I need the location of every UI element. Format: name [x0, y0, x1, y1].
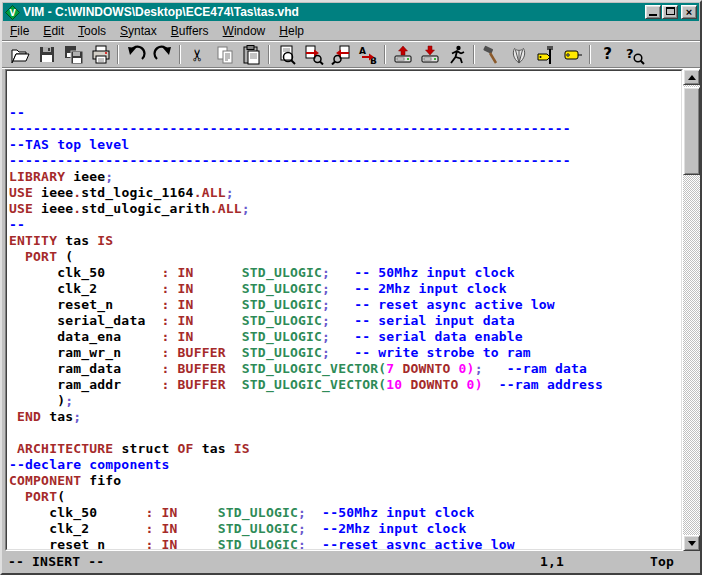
shell-button[interactable]	[505, 43, 532, 66]
save-floppy-icon	[37, 45, 57, 65]
toolbar-separator	[117, 45, 119, 64]
save-session-icon	[420, 45, 440, 65]
titlebar[interactable]: V VIM - C:\WINDOWS\Desktop\ECE474\Tas\ta…	[3, 3, 699, 21]
replace-icon: AB	[358, 45, 378, 65]
vertical-scrollbar[interactable]	[683, 69, 700, 551]
vim-logo-icon: V	[5, 5, 20, 20]
minimize-icon	[649, 14, 657, 16]
find-help-icon: ?	[625, 45, 645, 65]
code-line: COMPONENT fifo	[9, 473, 681, 489]
toolbar-separator	[473, 45, 475, 64]
code-line: );	[9, 393, 681, 409]
save-session-button[interactable]	[416, 43, 443, 66]
cut-button[interactable]: ✂	[184, 43, 211, 66]
code-line: clk_50 : IN STD_ULOGIC; -- 50Mhz input c…	[9, 265, 681, 281]
mode-indicator: -- INSERT --	[8, 554, 104, 569]
toolbar-separator	[589, 45, 591, 64]
undo-icon	[126, 45, 146, 65]
code-line: ENTITY tas IS	[9, 233, 681, 249]
menu-syntax[interactable]: Syntax	[113, 22, 164, 40]
menu-help[interactable]: Help	[272, 22, 311, 40]
code-line: data_ena : IN STD_ULOGIC; -- serial data…	[9, 329, 681, 345]
load-session-icon	[393, 45, 413, 65]
menubar: FileEditToolsSyntaxBuffersWindowHelp	[2, 21, 700, 40]
code-line: clk_2 : IN STD_ULOGIC; --2Mhz input cloc…	[9, 521, 681, 537]
scroll-down-button[interactable]	[683, 535, 700, 551]
code-line: LIBRARY ieee;	[9, 169, 681, 185]
editor-row: ----------------------------------------…	[5, 69, 700, 551]
help-icon: ?	[603, 47, 612, 62]
menu-window[interactable]: Window	[216, 22, 273, 40]
code-line: ram_wr_n : BUFFER STD_ULOGIC; -- write s…	[9, 345, 681, 361]
editor-area[interactable]: ----------------------------------------…	[6, 70, 682, 550]
menu-tools[interactable]: Tools	[71, 22, 113, 40]
save-all-button[interactable]	[60, 43, 87, 66]
undo-button[interactable]	[122, 43, 149, 66]
menu-buffers[interactable]: Buffers	[164, 22, 216, 40]
window-controls: ×	[644, 5, 697, 19]
status-bar: -- INSERT -- 1,1 Top	[2, 551, 700, 573]
code-line: PORT (	[9, 249, 681, 265]
save-button[interactable]	[33, 43, 60, 66]
paste-button[interactable]	[238, 43, 265, 66]
copy-icon	[215, 45, 235, 65]
code-line: reset_n : IN STD_ULOGIC; -- reset async …	[9, 297, 681, 313]
editor-frame: ----------------------------------------…	[5, 69, 683, 551]
toolbar-separator	[179, 45, 181, 64]
maximize-button[interactable]	[662, 5, 678, 19]
window-title: VIM - C:\WINDOWS\Desktop\ECE474\Tas\tas.…	[23, 5, 644, 19]
code-line: PORT(	[9, 489, 681, 505]
code-line: --TAS top level	[9, 137, 681, 153]
menu-edit[interactable]: Edit	[36, 22, 71, 40]
run-script-icon	[447, 45, 467, 65]
scrollbar-thumb[interactable]	[683, 87, 700, 175]
close-button[interactable]: ×	[681, 5, 697, 19]
print-icon	[91, 45, 111, 65]
tag-icon	[563, 45, 583, 65]
toolbar: ✂AB??	[2, 42, 700, 67]
code-line: --	[9, 217, 681, 233]
paste-icon	[242, 45, 262, 65]
run-ctags-button[interactable]	[532, 43, 559, 66]
open-folder-icon	[10, 45, 30, 65]
redo-icon	[153, 45, 173, 65]
find-next-button[interactable]	[300, 43, 327, 66]
find-icon	[277, 45, 297, 65]
find-next-icon	[304, 45, 324, 65]
scroll-up-button[interactable]	[683, 69, 700, 85]
code-line: ----------------------------------------…	[9, 153, 681, 169]
open-button[interactable]	[6, 43, 33, 66]
find-help-button[interactable]: ?	[621, 43, 648, 66]
replace-button[interactable]: AB	[354, 43, 381, 66]
code-line: ARCHITECTURE struct OF tas IS	[9, 441, 681, 457]
make-button[interactable]	[478, 43, 505, 66]
maximize-icon	[666, 7, 675, 15]
print-button[interactable]	[87, 43, 114, 66]
arrow-up-icon	[688, 75, 696, 80]
find-prev-icon	[331, 45, 351, 65]
copy-button[interactable]	[211, 43, 238, 66]
toolbar-separator	[268, 45, 270, 64]
arrow-down-icon	[688, 541, 696, 546]
scroll-indicator: Top	[650, 554, 674, 569]
editor-lines: ----------------------------------------…	[9, 105, 681, 550]
code-line: ram_data : BUFFER STD_ULOGIC_VECTOR(7 DO…	[9, 361, 681, 377]
help-button[interactable]: ?	[594, 43, 621, 66]
make-icon	[482, 45, 502, 65]
code-line: END tas;	[9, 409, 681, 425]
tag-jump-button[interactable]	[559, 43, 586, 66]
minimize-button[interactable]	[645, 5, 661, 19]
code-line: ----------------------------------------…	[9, 121, 681, 137]
redo-button[interactable]	[149, 43, 176, 66]
shell-icon	[509, 45, 529, 65]
load-session-button[interactable]	[389, 43, 416, 66]
code-line: reset_n : IN STD_ULOGIC; --reset async a…	[9, 537, 681, 550]
vim-window: V VIM - C:\WINDOWS\Desktop\ECE474\Tas\ta…	[0, 0, 702, 575]
cursor-position: 1,1	[540, 554, 564, 569]
menu-file[interactable]: File	[3, 22, 36, 40]
find-button[interactable]	[273, 43, 300, 66]
code-line: clk_2 : IN STD_ULOGIC; -- 2Mhz input clo…	[9, 281, 681, 297]
find-prev-button[interactable]	[327, 43, 354, 66]
run-script-button[interactable]	[443, 43, 470, 66]
code-line: --	[9, 105, 681, 121]
